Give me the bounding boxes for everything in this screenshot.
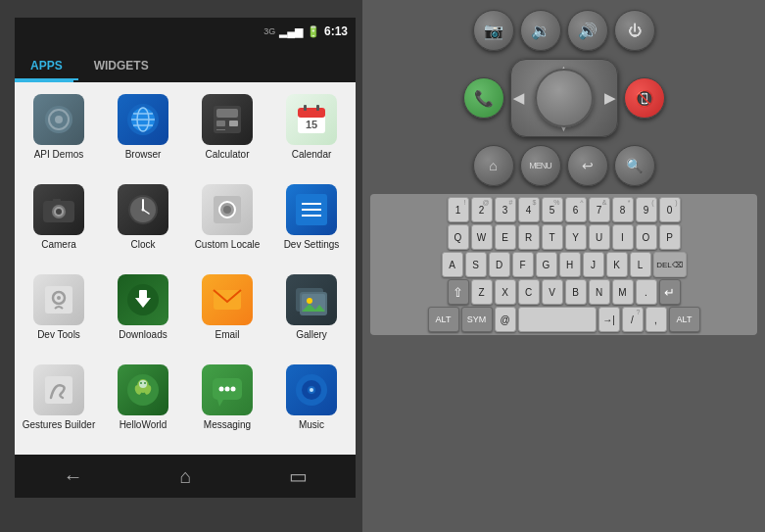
key-alt-left[interactable]: ALT (428, 307, 459, 332)
app-item-messaging[interactable]: Messaging (187, 361, 267, 447)
key-h[interactable]: H (559, 252, 581, 277)
signal-bars: ▂▄▆ (279, 25, 303, 38)
key-c[interactable]: C (518, 279, 540, 305)
key-period[interactable]: . (636, 279, 657, 305)
vol-down-button[interactable]: 🔉 (520, 10, 561, 51)
key-0[interactable]: )0 (659, 197, 681, 222)
key-g[interactable]: G (536, 252, 557, 277)
key-x[interactable]: X (495, 279, 516, 305)
tab-apps[interactable]: APPS (15, 53, 78, 80)
key-shift[interactable]: ⇧ (448, 279, 469, 305)
app-label-devtools: Dev Tools (37, 329, 80, 341)
tab-widgets[interactable]: WIDGETS (78, 53, 165, 80)
key-arrow-right[interactable]: →| (598, 307, 620, 332)
key-b[interactable]: B (565, 279, 587, 305)
key-v[interactable]: V (542, 279, 563, 305)
app-item-calculator[interactable]: Calculator (187, 90, 267, 176)
key-p[interactable]: P (659, 224, 681, 250)
key-e[interactable]: E (495, 224, 516, 250)
key-del[interactable]: DEL⌫ (653, 252, 687, 277)
key-5[interactable]: %5 (542, 197, 563, 222)
kb-row-q: Q W E R T Y U I O P (373, 224, 754, 250)
key-y[interactable]: Y (565, 224, 587, 250)
key-i[interactable]: I (612, 224, 634, 250)
camera-button[interactable]: 📷 (473, 10, 514, 51)
key-comma[interactable]: , (645, 307, 667, 332)
key-s[interactable]: S (465, 252, 487, 277)
dpad-center[interactable] (535, 69, 594, 127)
home-ctrl-button[interactable]: ⌂ (473, 145, 514, 186)
key-m[interactable]: M (612, 279, 634, 305)
back-button[interactable]: ← (47, 459, 98, 494)
app-label-hello: HelloWorld (120, 419, 167, 431)
key-6[interactable]: ^6 (565, 197, 587, 222)
key-r[interactable]: R (518, 224, 540, 250)
dpad[interactable]: ▲ ▼ ◀ ▶ (510, 59, 618, 137)
key-3[interactable]: #3 (495, 197, 516, 222)
key-f[interactable]: F (512, 252, 534, 277)
key-u[interactable]: U (589, 224, 610, 250)
svg-rect-48 (45, 376, 72, 404)
key-space[interactable] (518, 307, 597, 332)
app-item-customlocale[interactable]: Custom Locale (187, 180, 267, 266)
dpad-area: 📞 ▲ ▼ ◀ ▶ 📵 (370, 59, 757, 137)
key-7[interactable]: &7 (589, 197, 610, 222)
app-item-clock[interactable]: Clock (103, 180, 183, 266)
vol-up-button[interactable]: 🔊 (567, 10, 608, 51)
app-item-camera[interactable]: Camera (19, 180, 99, 266)
app-item-downloads[interactable]: Downloads (103, 270, 183, 357)
key-t[interactable]: T (542, 224, 563, 250)
key-d[interactable]: D (489, 252, 510, 277)
key-sym[interactable]: SYM (461, 307, 493, 332)
key-a[interactable]: A (442, 252, 463, 277)
app-item-music[interactable]: Music (271, 361, 352, 447)
app-item-hello[interactable]: HelloWorld (103, 361, 183, 447)
app-label-browser: Browser (125, 149, 162, 161)
key-o[interactable]: O (636, 224, 657, 250)
app-item-gestures[interactable]: Gestures Builder (19, 361, 99, 447)
search-ctrl-button[interactable]: 🔍 (614, 145, 655, 186)
key-8[interactable]: *8 (612, 197, 634, 222)
end-call-button[interactable]: 📵 (624, 77, 665, 119)
app-icon-calendar: 15 (286, 94, 337, 145)
app-item-gallery[interactable]: Gallery (271, 270, 352, 357)
app-item-devsettings[interactable]: Dev Settings (271, 180, 352, 266)
svg-point-54 (140, 382, 142, 384)
key-q[interactable]: Q (448, 224, 469, 250)
recents-button[interactable]: ▭ (273, 459, 323, 494)
svg-text:15: 15 (306, 119, 317, 130)
power-button[interactable]: ⏻ (614, 10, 655, 51)
app-item-email[interactable]: Email (187, 270, 267, 357)
key-k[interactable]: K (606, 252, 628, 277)
app-label-customlocale: Custom Locale (195, 239, 261, 251)
key-2[interactable]: @2 (471, 197, 493, 222)
key-j[interactable]: J (583, 252, 604, 277)
key-9[interactable]: (9 (636, 197, 657, 222)
key-alt-right[interactable]: ALT (669, 307, 700, 332)
app-icon-clock (118, 184, 168, 235)
key-enter[interactable]: ↵ (659, 279, 681, 305)
call-button[interactable]: 📞 (463, 77, 504, 119)
dpad-left[interactable]: ◀ (513, 90, 524, 106)
key-w[interactable]: W (471, 224, 493, 250)
svg-rect-15 (298, 108, 325, 118)
home-button[interactable]: ⌂ (164, 459, 207, 494)
key-l[interactable]: L (630, 252, 651, 277)
app-item-apidemos[interactable]: API Demos (19, 90, 99, 176)
key-4[interactable]: $4 (518, 197, 540, 222)
app-icon-customlocale (202, 184, 253, 235)
key-n[interactable]: N (589, 279, 610, 305)
app-item-calendar[interactable]: 15Calendar (271, 90, 352, 176)
svg-point-58 (219, 387, 224, 392)
battery-icon: 🔋 (307, 25, 320, 38)
key-at[interactable]: @ (495, 307, 516, 332)
app-item-browser[interactable]: Browser (103, 90, 183, 176)
key-1[interactable]: !1 (448, 197, 469, 222)
svg-point-64 (310, 388, 313, 392)
back-ctrl-button[interactable]: ↩ (567, 145, 608, 186)
key-z[interactable]: Z (471, 279, 493, 305)
dpad-right[interactable]: ▶ (604, 90, 615, 106)
key-slash[interactable]: ?/ (622, 307, 644, 332)
menu-ctrl-button[interactable]: MENU (520, 145, 561, 186)
app-item-devtools[interactable]: Dev Tools (19, 270, 99, 357)
